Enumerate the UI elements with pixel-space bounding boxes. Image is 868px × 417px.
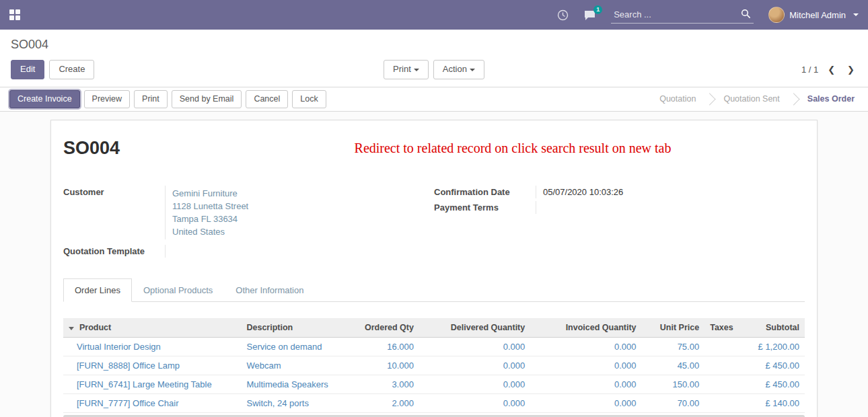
global-search [611,7,754,24]
search-input[interactable] [611,7,754,24]
print-dropdown-label: Print [393,64,411,74]
delivered-qty-cell: 0.000 [419,375,530,393]
action-dropdown-button[interactable]: Action [433,60,484,79]
order-line-row[interactable]: Virtual Interior Design Service on deman… [63,337,805,356]
delivered-qty-cell: 0.000 [419,356,530,375]
header-unit-price[interactable]: Unit Price [642,318,705,338]
state-quotation[interactable]: Quotation [650,94,705,104]
user-name: Mitchell Admin [789,10,846,20]
messages-icon[interactable]: 1 [583,9,596,21]
subtotal-cell: £ 450.00 [749,375,805,393]
description-cell: Multimedia Speakers [241,375,345,393]
tab-optional-products[interactable]: Optional Products [132,278,224,302]
product-link[interactable]: [FURN_8888] Office Lamp [63,356,241,375]
avatar [768,7,785,23]
subtotal-cell: £ 1,200.00 [749,337,805,356]
customer-label: Customer [63,186,166,239]
statusbar: Create Invoice Preview Print Send by Ema… [0,87,868,112]
edit-button[interactable]: Edit [11,60,44,79]
create-button[interactable]: Create [49,60,94,79]
header-ordered-qty[interactable]: Ordered Qty [345,318,419,338]
action-dropdown-label: Action [443,64,467,74]
taxes-cell [704,356,749,375]
page-title: SO004 [63,138,120,159]
topbar: 1 Mitchell Admin [0,0,868,30]
state-sales-order[interactable]: Sales Order [798,94,864,104]
ordered-qty-cell: 16.000 [345,337,419,356]
taxes-cell [704,375,749,393]
product-link[interactable]: Virtual Interior Design [63,337,241,356]
confirmation-date-label: Confirmation Date [434,186,536,198]
unit-price-cell: 45.00 [642,356,705,375]
subtotal-cell: £ 140.00 [749,393,805,412]
sheet: SO004 Redirect to related record on clic… [50,120,818,417]
send-by-email-button[interactable]: Send by Email [172,90,242,108]
control-panel: SO004 Edit Create Print Action 1 / 1 ❮ ❯ [0,30,868,87]
header-invoiced-qty[interactable]: Invoiced Quantity [530,318,641,338]
ordered-qty-cell: 2.000 [345,393,419,412]
customer-link[interactable]: Gemini Furniture [172,187,434,200]
description-cell: Service on demand [241,337,345,356]
preview-button[interactable]: Preview [84,90,130,108]
description-cell: Webcam [241,356,345,375]
chevron-down-icon [470,69,475,71]
order-line-row[interactable]: [FURN_7777] Office Chair Switch, 24 port… [63,393,805,412]
optional-columns-caret-icon[interactable] [69,327,74,330]
unit-price-cell: 150.00 [642,375,705,393]
unit-price-cell: 75.00 [642,337,705,356]
lock-button[interactable]: Lock [292,90,326,108]
pager-next-button[interactable]: ❯ [844,63,857,76]
invoiced-qty-cell: 0.000 [530,337,641,356]
product-link[interactable]: [FURN_6741] Large Meeting Table [63,375,241,393]
customer-country: United States [172,225,434,238]
annotation-text: Redirect to related record on click sear… [120,141,805,156]
invoiced-qty-cell: 0.000 [530,393,641,412]
right-field-group: Confirmation Date 05/07/2020 10:03:26 Pa… [434,186,805,258]
taxes-cell [704,393,749,412]
order-line-row[interactable]: [FURN_6741] Large Meeting Table Multimed… [63,375,805,393]
customer-street: 1128 Lunetta Street [172,200,434,213]
order-line-row[interactable]: [FURN_8888] Office Lamp Webcam 10.000 0.… [63,356,805,375]
header-description[interactable]: Description [241,318,345,338]
order-lines-table: Product Description Ordered Qty Delivere… [63,318,805,413]
description-cell: Switch, 24 ports [241,393,345,412]
pager-counter: 1 / 1 [801,65,818,75]
subtotal-cell: £ 450.00 [749,356,805,375]
header-subtotal[interactable]: Subtotal [749,318,805,338]
state-quotation-sent[interactable]: Quotation Sent [714,94,789,104]
print-dropdown-button[interactable]: Print [384,60,429,79]
unit-price-cell: 70.00 [642,393,705,412]
search-icon[interactable] [741,9,751,22]
activities-clock-icon[interactable] [557,9,569,21]
delivered-qty-cell: 0.000 [419,337,530,356]
header-product-label: Product [79,323,111,332]
product-link[interactable]: [FURN_7777] Office Chair [63,393,241,412]
header-delivered-qty[interactable]: Delivered Quantity [419,318,530,338]
create-invoice-button[interactable]: Create Invoice [9,90,80,108]
confirmation-date-value: 05/07/2020 10:03:26 [536,186,805,198]
tab-order-lines[interactable]: Order Lines [63,278,132,302]
print-button[interactable]: Print [134,90,168,108]
form-view: SO004 Redirect to related record on clic… [0,112,868,417]
table-header-row: Product Description Ordered Qty Delivere… [63,318,805,338]
invoiced-qty-cell: 0.000 [530,356,641,375]
tab-other-information[interactable]: Other Information [224,278,315,302]
pager-previous-button[interactable]: ❮ [825,63,838,76]
taxes-cell [704,337,749,356]
ordered-qty-cell: 3.000 [345,375,419,393]
left-field-group: Customer Gemini Furniture 1128 Lunetta S… [63,186,434,258]
cancel-button[interactable]: Cancel [246,90,288,108]
invoiced-qty-cell: 0.000 [530,375,641,393]
breadcrumb: SO004 [11,38,857,52]
ordered-qty-cell: 10.000 [345,356,419,375]
header-product[interactable]: Product [63,318,241,338]
chevron-down-icon [853,13,859,16]
header-taxes[interactable]: Taxes [704,318,749,338]
user-menu[interactable]: Mitchell Admin [768,7,859,23]
customer-city: Tampa FL 33634 [172,213,434,225]
quotation-template-label: Quotation Template [63,245,166,258]
apps-menu-icon[interactable] [9,9,20,20]
chevron-down-icon [414,69,419,71]
delivered-qty-cell: 0.000 [419,393,530,412]
notebook-tabs: Order Lines Optional Products Other Info… [63,278,805,302]
